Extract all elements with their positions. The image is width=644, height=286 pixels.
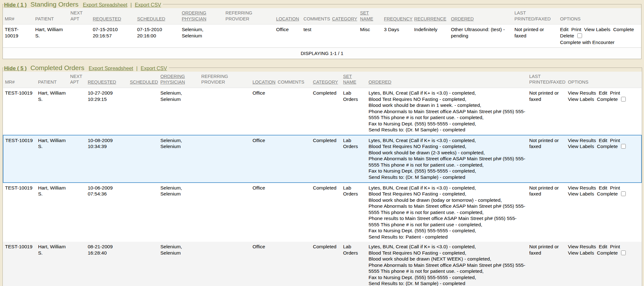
completed-orders-section: Hide ( 5 ) Completed Orders Export Sprea… bbox=[3, 64, 642, 286]
cell-referring-provider bbox=[199, 88, 251, 135]
view-labels-link[interactable]: View Labels bbox=[568, 143, 594, 150]
print-link[interactable]: Print bbox=[571, 26, 581, 33]
cell-options: View ResultsEditPrintView LabelsComplete bbox=[566, 242, 641, 286]
column-header-ordered: ORDERED bbox=[449, 8, 513, 25]
cell-ordered: Lytes, BUN, Creat (Call if K+ is <3.0) -… bbox=[367, 88, 527, 135]
sort-link-requested[interactable]: REQUESTED bbox=[88, 80, 116, 85]
sort-link-ordering-physician[interactable]: ORDERING PHYSICIAN bbox=[182, 10, 206, 21]
sort-link-frequency[interactable]: FREQUENCY bbox=[384, 16, 413, 21]
view-results-link[interactable]: View Results bbox=[568, 90, 596, 96]
column-header-frequency: FREQUENCY bbox=[382, 8, 412, 25]
sort-link-scheduled[interactable]: SCHEDULED bbox=[130, 80, 158, 85]
sort-link-ordered[interactable]: ORDERED bbox=[369, 80, 391, 85]
column-header-last-printed-faxed: LAST PRINTED/FAXED bbox=[527, 72, 566, 88]
complete-with-encounter-link[interactable]: Complete with Encounter bbox=[560, 39, 639, 46]
cell-mr: TEST-10019 bbox=[3, 135, 36, 183]
sort-link-set-name[interactable]: SET NAME bbox=[360, 10, 373, 21]
completed-orders-legend: Hide ( 5 ) Completed Orders Export Sprea… bbox=[3, 64, 169, 72]
cell-ordered: Lytes, BUN, Creat (Call if K+ is <3.0) -… bbox=[367, 242, 527, 286]
cell-location: Office bbox=[274, 25, 302, 48]
view-results-link[interactable]: View Results bbox=[568, 244, 596, 250]
legend-divider: | bbox=[130, 2, 132, 8]
cell-category bbox=[330, 25, 358, 48]
order-checkbox[interactable] bbox=[621, 144, 626, 149]
sort-link-ordered[interactable]: ORDERED bbox=[451, 16, 474, 21]
cell-set-name: Misc bbox=[358, 25, 382, 48]
cell-recurrence: Indefinitely bbox=[412, 25, 449, 48]
ordered-item: Send Results to: (Dr. M Sample) - comple… bbox=[369, 127, 525, 133]
completed-orders-title: Completed Orders bbox=[31, 64, 85, 71]
ordered-item: Lytes, BUN, Creat (Call if K+ is <3.0) -… bbox=[369, 90, 525, 96]
edit-link[interactable]: Edit bbox=[599, 244, 607, 250]
order-checkbox[interactable] bbox=[621, 250, 626, 255]
column-header-comments: COMMENTS bbox=[302, 8, 330, 25]
column-header-options: OPTIONS bbox=[566, 72, 641, 88]
cell-category: Completed bbox=[311, 242, 341, 286]
order-checkbox[interactable] bbox=[621, 191, 626, 196]
view-results-link[interactable]: View Results bbox=[568, 137, 596, 144]
edit-link[interactable]: Edit bbox=[599, 185, 607, 191]
sort-link-ordering-physician[interactable]: ORDERING PHYSICIAN bbox=[160, 74, 185, 85]
standing-orders-section: Hide ( 1 ) Standing Orders Export Spread… bbox=[3, 1, 641, 59]
column-header-last-printed-faxed: LAST PRINTED/FAXED bbox=[513, 8, 558, 25]
sort-link-location[interactable]: LOCATION bbox=[276, 16, 299, 21]
view-labels-link[interactable]: View Labels bbox=[568, 191, 594, 197]
completed-orders-export-spreadsheet-link[interactable]: Export Spreadsheet bbox=[89, 66, 133, 71]
standing-orders-export-csv-link[interactable]: Export CSV bbox=[135, 2, 161, 8]
sort-link-scheduled[interactable]: SCHEDULED bbox=[137, 16, 165, 21]
ordered-item: Phone Abnormals to Main Street office AS… bbox=[369, 262, 525, 274]
cell-next-apt bbox=[68, 183, 86, 242]
print-link[interactable]: Print bbox=[610, 185, 620, 191]
column-header-category: CATEGORY bbox=[330, 8, 358, 25]
view-labels-link[interactable]: View Labels bbox=[584, 26, 610, 33]
cell-last-printed-faxed: Not printed or faxed bbox=[527, 135, 566, 183]
order-checkbox[interactable] bbox=[621, 97, 626, 102]
standing-orders-export-spreadsheet-link[interactable]: Export Spreadsheet bbox=[83, 2, 127, 8]
view-labels-link[interactable]: View Labels bbox=[568, 96, 594, 102]
cell-set-name: Lab Orders bbox=[341, 183, 367, 242]
ordered-item: Fax to Nursing Dept. (555) 555-5555 - co… bbox=[369, 228, 525, 234]
cell-set-name: Lab Orders bbox=[341, 242, 367, 286]
cell-ordering-physician: Selenium, Selenium bbox=[158, 135, 199, 183]
standing-orders-legend: Hide ( 1 ) Standing Orders Export Spread… bbox=[3, 1, 163, 8]
completed-orders-table: MR#PATIENTNEXT APTREQUESTEDSCHEDULEDORDE… bbox=[3, 72, 642, 286]
completed-orders-export-csv-link[interactable]: Export CSV bbox=[141, 66, 167, 71]
cell-options: View ResultsEditPrintView LabelsComplete bbox=[566, 88, 641, 135]
cell-ordered: Lytes, BUN, Creat (Call if K+ is <3.0) -… bbox=[367, 183, 527, 242]
print-link[interactable]: Print bbox=[610, 90, 620, 96]
cell-ordering-physician: Selenium, Selenium bbox=[158, 183, 199, 242]
order-checkbox[interactable] bbox=[577, 33, 582, 38]
cell-requested: 10-08-2009 10:34:39 bbox=[86, 135, 128, 183]
standing-orders-hide-link[interactable]: Hide ( 1 ) bbox=[4, 2, 27, 8]
view-labels-link[interactable]: View Labels bbox=[568, 250, 594, 256]
column-header-options: OPTIONS bbox=[558, 8, 641, 25]
cell-requested: 10-06-2009 07:54:36 bbox=[86, 183, 128, 242]
edit-link[interactable]: Edit bbox=[560, 26, 569, 33]
complete-link[interactable]: Complete bbox=[597, 191, 618, 197]
sort-link-category[interactable]: CATEGORY bbox=[313, 80, 338, 85]
print-link[interactable]: Print bbox=[610, 244, 620, 250]
cell-location: Office bbox=[251, 135, 276, 183]
completed-orders-hide-link[interactable]: Hide ( 5 ) bbox=[4, 65, 27, 71]
cell-location: Office bbox=[251, 88, 276, 135]
order-row: TEST-10019Hart, William S.10-06-2009 07:… bbox=[3, 183, 641, 242]
cell-last-printed-faxed: Not printed or faxed bbox=[527, 88, 566, 135]
view-results-link[interactable]: View Results bbox=[568, 185, 596, 191]
column-header-referring-provider: REFERRING PROVIDER bbox=[224, 8, 274, 25]
print-link[interactable]: Print bbox=[610, 137, 620, 144]
sort-link-requested[interactable]: REQUESTED bbox=[93, 16, 121, 21]
edit-link[interactable]: Edit bbox=[599, 137, 607, 144]
cell-ordering-physician: Selenium, Selenium bbox=[158, 88, 199, 135]
sort-link-location[interactable]: LOCATION bbox=[253, 80, 275, 85]
complete-link[interactable]: Complete bbox=[613, 26, 634, 33]
complete-link[interactable]: Complete bbox=[597, 250, 618, 256]
sort-link-set-name[interactable]: SET NAME bbox=[343, 74, 356, 85]
ordered-item: Blood Test Requires NO Fasting - complet… bbox=[369, 96, 525, 102]
complete-link[interactable]: Complete bbox=[597, 143, 618, 150]
edit-link[interactable]: Edit bbox=[599, 90, 607, 96]
complete-link[interactable]: Complete bbox=[597, 96, 618, 102]
order-row: TEST-10019Hart, William S.07-15-2010 20:… bbox=[3, 25, 641, 48]
sort-link-category[interactable]: CATEGORY bbox=[332, 16, 357, 21]
delete-link[interactable]: Delete bbox=[560, 33, 574, 39]
sort-link-recurrence[interactable]: RECURRENCE bbox=[414, 16, 446, 21]
